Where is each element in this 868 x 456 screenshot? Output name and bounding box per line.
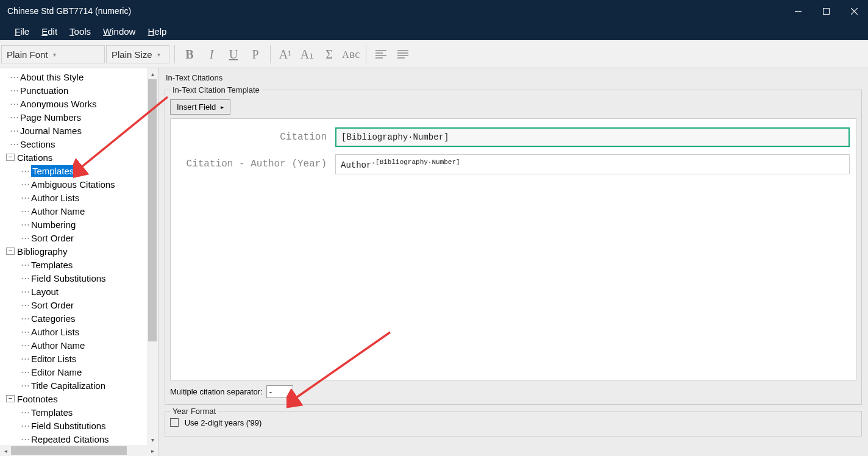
underline-button[interactable]: U: [222, 43, 244, 65]
tree-item-label: Templates: [31, 260, 73, 270]
subscript-button[interactable]: A₁: [296, 43, 318, 65]
tree-item[interactable]: ⋯Sort Order: [0, 298, 158, 312]
align-left-button[interactable]: [370, 43, 392, 65]
tree-item-label: Sort Order: [31, 233, 74, 243]
font-name-select[interactable]: Plain Font ▾: [1, 45, 105, 63]
content-panel: In-Text Citations In-Text Citation Templ…: [158, 68, 868, 456]
menu-file[interactable]: File: [9, 24, 35, 39]
scroll-up-icon[interactable]: ▴: [147, 68, 158, 79]
maximize-button[interactable]: [812, 0, 840, 22]
tree-item[interactable]: ⋯About this Style: [0, 70, 158, 84]
horizontal-scrollbar[interactable]: ◂ ▸: [0, 445, 158, 456]
tree-item[interactable]: ⋯Templates: [0, 258, 158, 271]
tree-item-label: Ambiguous Citations: [31, 179, 115, 190]
scroll-thumb[interactable]: [148, 79, 157, 341]
tree-item[interactable]: ⋯Categories: [0, 312, 158, 325]
align-justify-button[interactable]: [392, 43, 414, 65]
toolbar-separator: [174, 45, 175, 63]
tree-item-label: Templates: [31, 165, 75, 177]
tree-item-label: Anonymous Works: [20, 99, 97, 109]
tree-item-label: Bibliography: [17, 246, 68, 257]
smallcaps-button[interactable]: Aʙᴄ: [340, 43, 362, 65]
citation-input[interactable]: [Bibliography·Number]: [335, 127, 850, 147]
tree-item-label: Title Capitalization: [31, 380, 105, 391]
tree-item[interactable]: ⋯Anonymous Works: [0, 97, 158, 110]
citation-row: Citation [Bibliography·Number]: [177, 127, 850, 147]
template-editor: Citation [Bibliography·Number] Citation …: [170, 118, 856, 380]
font-size-select[interactable]: Plain Size ▾: [106, 45, 169, 63]
style-tree[interactable]: ⋯About this Style⋯Punctuation⋯Anonymous …: [0, 68, 158, 445]
tree-item[interactable]: ⋯Sections: [0, 137, 158, 151]
font-size-value: Plain Size: [112, 49, 152, 60]
year-format-row: Use 2-digit years ('99): [170, 418, 856, 427]
tree-item[interactable]: ⋯Layout: [0, 285, 158, 298]
tree-item[interactable]: ⋯Page Numbers: [0, 110, 158, 124]
tree-item[interactable]: ⋯Sort Order: [0, 231, 158, 244]
tree-item[interactable]: −Citations: [0, 151, 158, 164]
tree-item[interactable]: ⋯Author Lists: [0, 325, 158, 338]
tree-item[interactable]: −Footnotes: [0, 392, 158, 405]
template-fieldset: In-Text Citation Template Insert Field ▸…: [165, 90, 862, 405]
tree-item[interactable]: ⋯Author Lists: [0, 191, 158, 204]
insert-field-button[interactable]: Insert Field ▸: [170, 99, 230, 115]
minimize-button[interactable]: [784, 0, 812, 22]
tree-item[interactable]: ⋯Field Substitutions: [0, 271, 158, 285]
separator-input[interactable]: [266, 385, 293, 398]
font-name-value: Plain Font: [7, 49, 48, 60]
toolbar-separator: [270, 45, 271, 63]
citation-ay-input[interactable]: Author◦[Bibliography·Number]: [335, 154, 850, 174]
tree-item[interactable]: ⋯Editor Name: [0, 365, 158, 379]
chevron-down-icon: ▾: [157, 51, 160, 58]
menu-tools[interactable]: Tools: [63, 24, 97, 39]
tree-item-label: Author Lists: [31, 327, 79, 337]
expand-icon[interactable]: −: [6, 395, 15, 402]
tree-item[interactable]: ⋯Numbering: [0, 218, 158, 231]
citation-ay-label: Citation - Author (Year): [177, 159, 335, 169]
tree-item[interactable]: ⋯Author Name: [0, 338, 158, 352]
tree-item[interactable]: ⋯Punctuation: [0, 84, 158, 97]
window-title: Chinese Std GBT7714 (numeric): [7, 6, 131, 16]
plain-button[interactable]: P: [244, 43, 266, 65]
tree-item-label: Editor Name: [31, 367, 82, 377]
tree-item[interactable]: ⋯Title Capitalization: [0, 379, 158, 392]
bold-button[interactable]: B: [179, 43, 201, 65]
tree-item[interactable]: ⋯Ambiguous Citations: [0, 177, 158, 191]
tree-item[interactable]: ⋯Editor Lists: [0, 352, 158, 365]
tree-item[interactable]: ⋯Journal Names: [0, 124, 158, 137]
tree-item[interactable]: ⋯Repeated Citations: [0, 432, 158, 445]
toolbar-separator: [366, 45, 366, 63]
tree-item-label: Page Numbers: [20, 112, 81, 123]
menu-edit[interactable]: Edit: [35, 24, 63, 39]
citation-author-year-row: Citation - Author (Year) Author◦[Bibliog…: [177, 154, 850, 174]
menu-help[interactable]: Help: [141, 24, 173, 39]
expand-icon[interactable]: −: [6, 248, 15, 255]
tree-item[interactable]: ⋯Templates: [0, 164, 158, 177]
tree-item[interactable]: ⋯Field Substitutions: [0, 419, 158, 432]
separator-label: Multiple citation separator:: [170, 387, 263, 396]
tree-item-label: Field Substitutions: [31, 421, 106, 431]
tree-item-label: Field Substitutions: [31, 273, 106, 283]
expand-icon[interactable]: −: [6, 154, 15, 161]
scroll-down-icon[interactable]: ▾: [147, 434, 158, 445]
tree-item[interactable]: ⋯Templates: [0, 405, 158, 419]
scroll-right-icon[interactable]: ▸: [147, 445, 158, 456]
tree-item-label: Templates: [31, 407, 73, 418]
italic-button[interactable]: I: [201, 43, 222, 65]
tree-item[interactable]: −Bibliography: [0, 244, 158, 258]
tree-item-label: Sort Order: [31, 300, 74, 310]
superscript-button[interactable]: A¹: [274, 43, 296, 65]
menubar: File Edit Tools Window Help: [0, 22, 868, 40]
menu-window[interactable]: Window: [97, 24, 141, 39]
scroll-thumb[interactable]: [11, 446, 127, 455]
citation-label: Citation: [177, 132, 335, 143]
close-button[interactable]: [840, 0, 868, 22]
vertical-scrollbar[interactable]: ▴ ▾: [147, 68, 158, 445]
tree-item-label: Author Name: [31, 206, 85, 216]
sidebar: ⋯About this Style⋯Punctuation⋯Anonymous …: [0, 68, 158, 456]
tree-item-label: Numbering: [31, 219, 76, 230]
tree-item[interactable]: ⋯Author Name: [0, 204, 158, 218]
year-format-checkbox[interactable]: [170, 418, 179, 427]
insert-field-label: Insert Field: [177, 102, 216, 112]
scroll-left-icon[interactable]: ◂: [0, 445, 11, 456]
symbol-button[interactable]: Σ: [318, 43, 340, 65]
